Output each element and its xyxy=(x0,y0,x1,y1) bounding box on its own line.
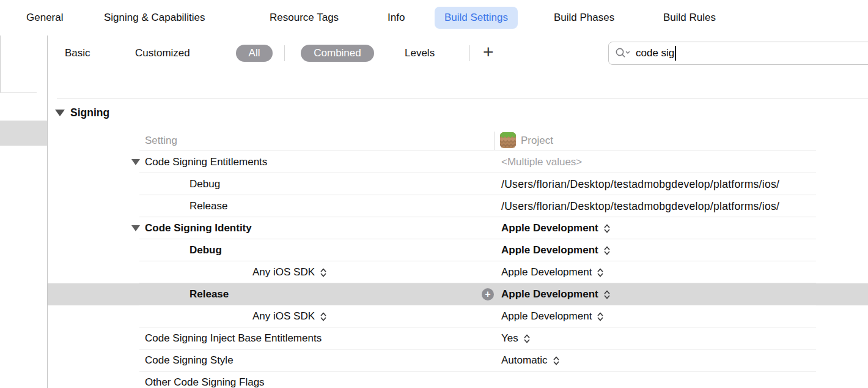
tab-signing-capabilities[interactable]: Signing & Capabilities xyxy=(104,0,205,35)
project-icon xyxy=(500,132,516,148)
setting-name: Code Signing Identity xyxy=(145,222,252,234)
setting-name: Other Code Signing Flags xyxy=(145,376,265,388)
table-row[interactable]: Debug Apple Development xyxy=(48,239,868,261)
setting-name: Code Signing Entitlements xyxy=(145,156,267,168)
table-row[interactable]: Any iOS SDK Apple Development xyxy=(48,261,868,283)
view-levels-button[interactable]: Levels xyxy=(405,35,435,71)
setting-value[interactable]: Yes xyxy=(501,332,518,345)
column-header-setting: Setting xyxy=(145,130,177,151)
text-cursor xyxy=(675,46,676,61)
setting-value[interactable]: Apple Development xyxy=(501,288,598,300)
stepper-icon[interactable] xyxy=(603,245,611,256)
table-row[interactable]: Code Signing Style Automatic xyxy=(48,349,868,371)
column-header-project: Project xyxy=(521,130,553,151)
stepper-icon[interactable] xyxy=(603,289,611,300)
search-field[interactable]: code sig xyxy=(608,42,868,65)
tab-build-phases[interactable]: Build Phases xyxy=(554,0,614,35)
setting-name: Code Signing Style xyxy=(145,354,234,367)
target-tab-bar: General Signing & Capabilities Resource … xyxy=(0,0,868,36)
search-input[interactable]: code sig xyxy=(636,47,674,59)
setting-name: Debug xyxy=(189,244,222,256)
sidebar-edge-line xyxy=(0,35,1,93)
sidebar-selected-item[interactable] xyxy=(0,121,47,146)
tab-general[interactable]: General xyxy=(26,0,63,35)
stepper-icon[interactable] xyxy=(320,267,327,278)
navigator-sidebar-strip xyxy=(0,35,48,388)
setting-name: Debug xyxy=(189,178,220,190)
setting-name: Release xyxy=(189,288,229,300)
table-row[interactable]: Code Signing Identity Apple Development xyxy=(48,217,868,239)
table-row[interactable]: Debug /Users/florian/Desktop/testadmobgd… xyxy=(48,173,868,195)
view-combined-button[interactable]: Combined xyxy=(301,45,374,62)
table-row[interactable]: Any iOS SDK Apple Development xyxy=(48,305,868,327)
stepper-icon[interactable] xyxy=(597,312,604,322)
disclosure-triangle-icon[interactable] xyxy=(131,159,140,165)
table-row[interactable]: Release /Users/florian/Desktop/testadmob… xyxy=(48,195,868,217)
section-title: Signing xyxy=(70,106,109,119)
setting-value[interactable]: /Users/florian/Desktop/testadmobgdevelop… xyxy=(501,200,779,213)
toolbar-divider xyxy=(284,45,285,61)
signing-section-header[interactable]: Signing xyxy=(55,105,109,120)
stepper-icon[interactable] xyxy=(553,356,560,366)
table-row[interactable]: Other Code Signing Flags xyxy=(48,371,868,388)
add-setting-button[interactable]: + xyxy=(483,35,494,71)
setting-value[interactable]: Apple Development xyxy=(501,222,598,234)
setting-value[interactable]: Apple Development xyxy=(501,244,598,256)
setting-name: Code Signing Inject Base Entitlements xyxy=(145,332,322,345)
tab-build-settings[interactable]: Build Settings xyxy=(435,7,518,29)
table-row[interactable]: Code Signing Inject Base Entitlements Ye… xyxy=(48,327,868,349)
toolbar-divider xyxy=(469,45,470,61)
add-value-button[interactable]: + xyxy=(482,288,494,300)
setting-value[interactable]: Apple Development xyxy=(501,310,592,323)
tab-build-rules[interactable]: Build Rules xyxy=(663,0,716,35)
section-divider xyxy=(57,98,868,99)
setting-value[interactable]: /Users/florian/Desktop/testadmobgdevelop… xyxy=(501,178,779,191)
setting-name: Release xyxy=(189,200,227,212)
disclosure-triangle-icon[interactable] xyxy=(131,225,140,231)
table-header-row: Setting Project xyxy=(48,130,868,151)
tab-info[interactable]: Info xyxy=(388,0,405,35)
disclosure-triangle-icon[interactable] xyxy=(55,110,65,116)
stepper-icon[interactable] xyxy=(603,223,611,234)
search-icon xyxy=(615,47,631,59)
table-row[interactable]: Code Signing Entitlements <Multiple valu… xyxy=(48,151,868,173)
scope-customized-button[interactable]: Customized xyxy=(135,35,190,71)
setting-value[interactable]: Automatic xyxy=(501,354,548,367)
build-settings-toolbar: Basic Customized All Combined Levels + c… xyxy=(48,35,868,72)
build-settings-table-area: Signing Setting Project Code Signing xyxy=(48,71,868,388)
setting-name: Any iOS SDK xyxy=(252,310,315,323)
stepper-icon[interactable] xyxy=(597,267,604,278)
column-divider xyxy=(494,132,495,150)
stepper-icon[interactable] xyxy=(320,312,327,322)
setting-value[interactable]: <Multiple values> xyxy=(501,156,582,168)
tab-resource-tags[interactable]: Resource Tags xyxy=(270,0,339,35)
setting-value[interactable]: Apple Development xyxy=(501,266,592,278)
scope-basic-button[interactable]: Basic xyxy=(65,35,90,71)
scope-all-button[interactable]: All xyxy=(236,45,273,62)
stepper-icon[interactable] xyxy=(523,334,531,344)
settings-table: Setting Project Code Signing Entitlement… xyxy=(48,130,868,388)
table-row-selected[interactable]: Release + Apple Development xyxy=(48,283,868,305)
setting-name: Any iOS SDK xyxy=(252,266,315,278)
sidebar-divider xyxy=(0,92,37,93)
